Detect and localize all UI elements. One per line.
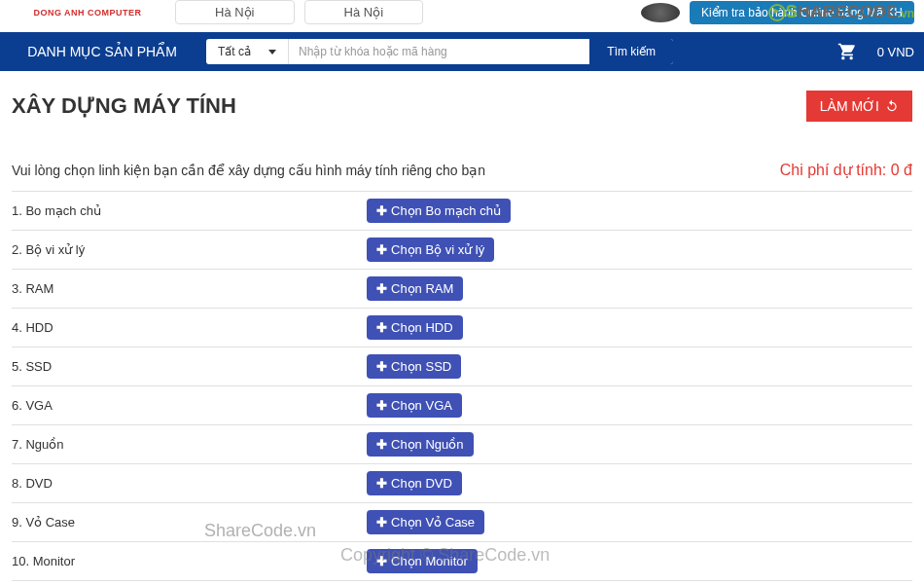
choose-button-label: Chọn Monitor [391, 554, 468, 568]
choose-button-label: Chọn Bo mạch chủ [391, 203, 501, 218]
cart-area[interactable]: 0 VND [836, 42, 914, 61]
choose-component-button[interactable]: ✚Chọn Bộ vi xử lý [367, 238, 494, 262]
component-row: 1. Bo mạch chủ✚Chọn Bo mạch chủ [12, 191, 912, 230]
instruction-row: Vui lòng chọn linh kiện bạn cần để xây d… [12, 161, 912, 179]
instruction-text: Vui lòng chọn linh kiện bạn cần để xây d… [12, 163, 485, 178]
plus-icon: ✚ [376, 320, 387, 335]
search-box: Tất cả Tìm kiếm [206, 39, 673, 64]
choose-button-label: Chọn Nguồn [391, 437, 464, 452]
plus-icon: ✚ [376, 476, 387, 491]
refresh-icon [885, 99, 899, 113]
page-title: XÂY DỰNG MÁY TÍNH [12, 93, 236, 119]
component-row: 2. Bộ vi xử lý✚Chọn Bộ vi xử lý [12, 230, 912, 269]
choose-component-button[interactable]: ✚Chọn Nguồn [367, 432, 474, 457]
logo-text: DONG ANH COMPUTER [10, 8, 165, 18]
search-input[interactable] [289, 39, 588, 64]
component-row: 9. Vỏ Case✚Chọn Vỏ Case [12, 502, 912, 541]
choose-button-label: Chọn HDD [391, 320, 453, 335]
component-row: 5. SSD✚Chọn SSD [12, 347, 912, 385]
plus-icon: ✚ [376, 437, 387, 452]
component-row: 6. VGA✚Chọn VGA [12, 385, 912, 424]
choose-button-label: Chọn Bộ vi xử lý [391, 242, 484, 257]
component-row: 11. Bàn phím✚Chọn Bàn phím [12, 580, 912, 585]
cart-total: 0 VND [877, 45, 914, 59]
plus-icon: ✚ [376, 359, 387, 374]
category-menu-label[interactable]: DANH MỤC SẢN PHẨM [10, 44, 195, 59]
component-label: 4. HDD [12, 320, 367, 335]
component-row: 10. Monitor✚Chọn Monitor [12, 541, 912, 580]
components-list: 1. Bo mạch chủ✚Chọn Bo mạch chủ2. Bộ vi … [12, 191, 912, 585]
search-category-dropdown[interactable]: Tất cả [206, 39, 289, 64]
choose-button-label: Chọn DVD [391, 476, 452, 491]
plus-icon: ✚ [376, 398, 387, 413]
choose-component-button[interactable]: ✚Chọn RAM [367, 276, 463, 301]
component-label: 1. Bo mạch chủ [12, 203, 367, 218]
plus-icon: ✚ [376, 203, 387, 218]
title-row: XÂY DỰNG MÁY TÍNH LÀM MỚI [12, 91, 912, 122]
component-label: 7. Nguồn [12, 437, 367, 452]
component-row: 3. RAM✚Chọn RAM [12, 269, 912, 308]
cost-estimate: Chi phí dự tính: 0 đ [780, 161, 912, 179]
choose-component-button[interactable]: ✚Chọn SSD [367, 354, 461, 379]
warranty-check-button[interactable]: Kiểm tra bảo hành Online bằng Mã KH [690, 1, 914, 24]
component-label: 3. RAM [12, 281, 367, 296]
location-select-1[interactable]: Hà Nội [175, 0, 295, 24]
choose-component-button[interactable]: ✚Chọn VGA [367, 393, 462, 418]
plus-icon: ✚ [376, 242, 387, 257]
top-bar: DONG ANH COMPUTER Hà Nội Hà Nội Kiểm tra… [0, 0, 924, 32]
warranty-badge-icon [641, 3, 680, 22]
location-select-2[interactable]: Hà Nội [304, 0, 424, 24]
plus-icon: ✚ [376, 554, 387, 568]
search-button[interactable]: Tìm kiếm [588, 39, 673, 64]
nav-bar: DANH MỤC SẢN PHẨM Tất cả Tìm kiếm 0 VND [0, 32, 924, 71]
reset-button[interactable]: LÀM MỚI [806, 91, 912, 122]
component-label: 5. SSD [12, 359, 367, 374]
choose-button-label: Chọn RAM [391, 281, 453, 296]
component-row: 4. HDD✚Chọn HDD [12, 308, 912, 347]
component-label: 9. Vỏ Case [12, 515, 367, 530]
page-body: XÂY DỰNG MÁY TÍNH LÀM MỚI Vui lòng chọn … [0, 71, 924, 585]
plus-icon: ✚ [376, 281, 387, 296]
choose-button-label: Chọn VGA [391, 398, 452, 413]
component-label: 8. DVD [12, 476, 367, 491]
choose-component-button[interactable]: ✚Chọn HDD [367, 315, 463, 340]
location-boxes: Hà Nội Hà Nội [175, 0, 631, 24]
choose-button-label: Chọn SSD [391, 359, 451, 374]
reset-button-label: LÀM MỚI [820, 98, 879, 114]
component-row: 8. DVD✚Chọn DVD [12, 463, 912, 502]
cart-icon [836, 42, 858, 61]
component-label: 10. Monitor [12, 554, 367, 568]
plus-icon: ✚ [376, 515, 387, 530]
choose-component-button[interactable]: ✚Chọn Vỏ Case [367, 510, 484, 534]
choose-component-button[interactable]: ✚Chọn DVD [367, 471, 462, 495]
logo[interactable]: DONG ANH COMPUTER [10, 8, 165, 18]
component-label: 6. VGA [12, 398, 367, 413]
choose-button-label: Chọn Vỏ Case [391, 515, 475, 530]
component-label: 2. Bộ vi xử lý [12, 242, 367, 257]
choose-component-button[interactable]: ✚Chọn Bo mạch chủ [367, 199, 511, 223]
component-row: 7. Nguồn✚Chọn Nguồn [12, 424, 912, 463]
choose-component-button[interactable]: ✚Chọn Monitor [367, 549, 478, 573]
